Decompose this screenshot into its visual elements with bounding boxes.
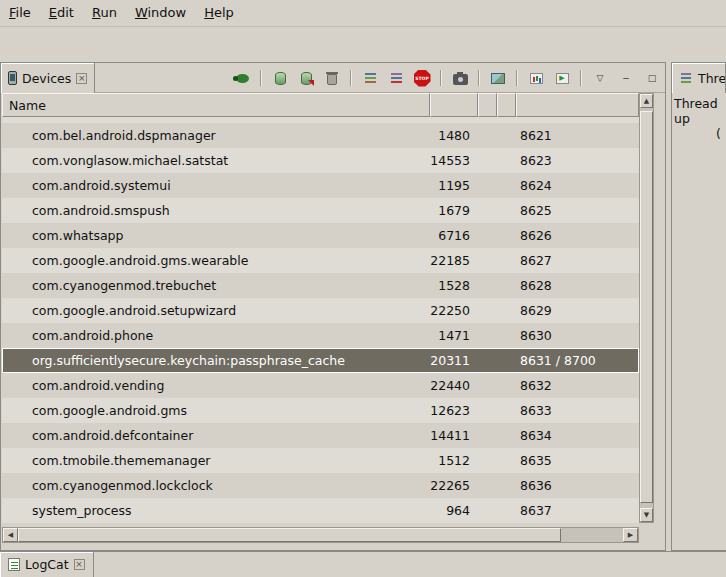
- process-pid: 14553: [430, 153, 478, 168]
- process-port: 8632: [516, 378, 639, 393]
- camera-icon: [453, 74, 468, 85]
- menu-file[interactable]: File: [0, 0, 40, 26]
- toolbar-separator: [350, 70, 352, 86]
- table-row[interactable]: com.android.defcontainer 14411 8634: [2, 423, 639, 448]
- process-port: 8635: [516, 453, 639, 468]
- table-row[interactable]: com.vonglasow.michael.satstat 14553 8623: [2, 148, 639, 173]
- process-pid: 22185: [430, 253, 478, 268]
- threads-message-line-1: Thread up: [674, 96, 724, 126]
- toolbar-separator: [580, 70, 582, 86]
- process-pid: 6716: [430, 228, 478, 243]
- process-port: 8637: [516, 503, 639, 518]
- dump-thread-stacks-button[interactable]: [386, 69, 406, 88]
- table-row[interactable]: com.android.smspush 1679 8625: [2, 198, 639, 223]
- horizontal-scroll-thumb[interactable]: [18, 528, 561, 542]
- process-port: 8636: [516, 478, 639, 493]
- update-heap-button[interactable]: [270, 69, 290, 88]
- table-row[interactable]: com.android.systemui 1195 8624: [2, 173, 639, 198]
- column-header-port[interactable]: [516, 93, 639, 117]
- table-row[interactable]: com.bel.android.dspmanager 1480 8621: [2, 123, 639, 148]
- menu-help[interactable]: Help: [195, 0, 243, 26]
- device-table-header: Name: [2, 93, 639, 117]
- column-header-pid[interactable]: [430, 93, 478, 117]
- process-pid: 1512: [430, 453, 478, 468]
- screen-capture-button[interactable]: [450, 69, 470, 88]
- capture-trace-button[interactable]: ▶: [552, 69, 572, 88]
- tab-devices[interactable]: Devices ×: [1, 63, 95, 93]
- update-threads-button[interactable]: [360, 69, 380, 88]
- process-name: org.sufficientlysecure.keychain:passphra…: [2, 353, 430, 368]
- tab-threads[interactable]: Threads: [672, 63, 726, 93]
- process-name: com.bel.android.dspmanager: [2, 128, 430, 143]
- dump-hprof-button[interactable]: [296, 69, 316, 88]
- device-icon: [8, 71, 17, 85]
- threads-dump-icon: [391, 73, 402, 75]
- menu-bar: File Edit Run Window Help: [0, 0, 726, 27]
- vertical-scrollbar[interactable]: ▲ ▼: [639, 93, 654, 523]
- process-pid: 22265: [430, 478, 478, 493]
- table-row[interactable]: com.android.vending 22440 8632: [2, 373, 639, 398]
- maximize-icon: □: [648, 74, 657, 83]
- process-port: 8631 / 8700: [516, 353, 639, 368]
- close-icon[interactable]: ×: [76, 73, 87, 84]
- scroll-right-button[interactable]: ▶: [623, 528, 638, 542]
- process-port: 8624: [516, 178, 639, 193]
- devices-tabbar: Devices × STOP ▶ ▽: [1, 63, 665, 93]
- table-row[interactable]: com.cyanogenmod.lockclock 22265 8636: [2, 473, 639, 498]
- process-name: com.cyanogenmod.lockclock: [2, 478, 430, 493]
- device-table-body: com.bel.android.dspmanager 1480 8621 com…: [2, 117, 639, 523]
- process-name: system_process: [2, 503, 430, 518]
- trash-icon: [327, 74, 337, 85]
- maximize-button[interactable]: □: [642, 69, 662, 88]
- menu-edit[interactable]: Edit: [40, 0, 83, 26]
- scroll-down-button[interactable]: ▼: [640, 508, 653, 522]
- column-header-blank-2[interactable]: [497, 93, 516, 117]
- minimize-button[interactable]: −: [616, 69, 636, 88]
- table-row[interactable]: system_process 964 8637: [2, 498, 639, 523]
- bug-icon: [236, 74, 249, 83]
- scroll-up-button[interactable]: ▲: [640, 94, 653, 108]
- table-row[interactable]: com.google.android.setupwizard 22250 862…: [2, 298, 639, 323]
- table-row[interactable]: com.cyanogenmod.trebuchet 1528 8628: [2, 273, 639, 298]
- view-menu-button[interactable]: ▽: [590, 69, 610, 88]
- column-header-name[interactable]: Name: [2, 93, 430, 117]
- table-row[interactable]: com.google.android.gms 12623 8633: [2, 398, 639, 423]
- close-icon[interactable]: ×: [74, 559, 85, 570]
- horizontal-scrollbar[interactable]: ◀ ▶: [2, 527, 639, 543]
- start-method-profiling-button[interactable]: [526, 69, 546, 88]
- table-row[interactable]: org.sufficientlysecure.keychain:passphra…: [2, 348, 639, 373]
- process-pid: 1679: [430, 203, 478, 218]
- threads-view: Threads Thread up (: [671, 62, 726, 551]
- scroll-left-button[interactable]: ◀: [3, 528, 18, 542]
- debug-process-button[interactable]: [232, 69, 252, 88]
- stop-icon: STOP: [414, 70, 431, 87]
- process-port: 8628: [516, 278, 639, 293]
- process-name: com.google.android.setupwizard: [2, 303, 430, 318]
- bottom-bar: LogCat ×: [0, 551, 726, 577]
- devices-toolbar: STOP ▶ ▽ − □: [232, 63, 662, 93]
- tab-logcat[interactable]: LogCat ×: [0, 552, 94, 577]
- threads-tab-icon: [679, 72, 693, 84]
- table-row[interactable]: com.whatsapp 6716 8626: [2, 223, 639, 248]
- profiling-icon: [530, 73, 543, 84]
- process-port: 8625: [516, 203, 639, 218]
- table-row[interactable]: com.android.phone 1471 8630: [2, 323, 639, 348]
- table-row[interactable]: com.tmobile.thememanager 1512 8635: [2, 448, 639, 473]
- menu-window[interactable]: Window: [126, 0, 195, 26]
- threads-message: Thread up (: [672, 93, 726, 144]
- process-port: 8630: [516, 328, 639, 343]
- table-row[interactable]: com.google.android.gms.wearable 22185 86…: [2, 248, 639, 273]
- process-name: com.android.systemui: [2, 178, 430, 193]
- system-info-button[interactable]: [488, 69, 508, 88]
- process-name: com.cyanogenmod.trebuchet: [2, 278, 430, 293]
- menu-run[interactable]: Run: [83, 0, 126, 26]
- process-pid: 22440: [430, 378, 478, 393]
- process-pid: 22250: [430, 303, 478, 318]
- cause-gc-button[interactable]: [322, 69, 342, 88]
- process-port: 8633: [516, 403, 639, 418]
- stop-process-button[interactable]: STOP: [412, 69, 432, 88]
- tracing-icon: ▶: [556, 73, 569, 84]
- vertical-scroll-thumb[interactable]: [640, 111, 653, 503]
- column-header-blank-1[interactable]: [478, 93, 497, 117]
- chevron-down-icon: ▽: [597, 74, 604, 83]
